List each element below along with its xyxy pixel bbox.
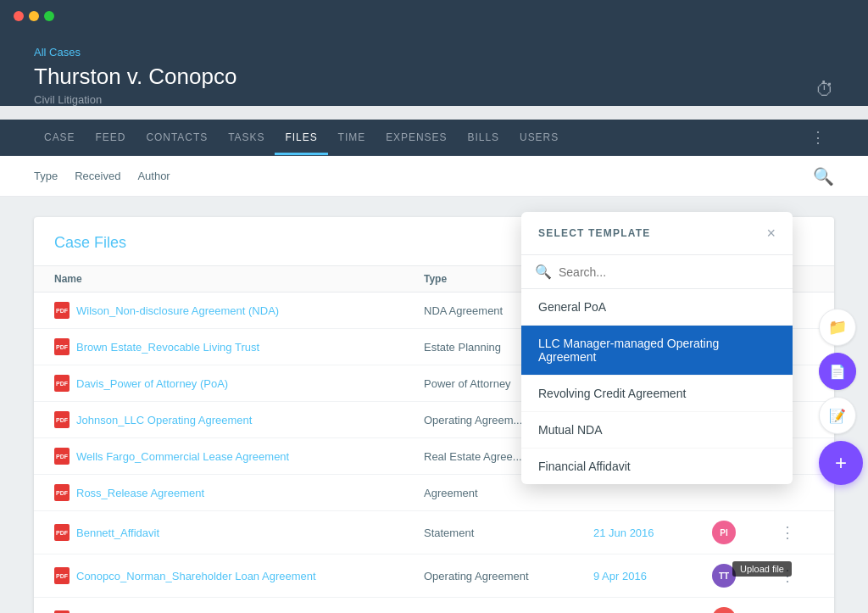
filter-received[interactable]: Received [75, 166, 120, 186]
row-actions[interactable]: ⋮ [780, 523, 814, 542]
pdf-icon: PDF [54, 375, 70, 392]
fab-button[interactable]: + [819, 441, 863, 485]
pdf-icon: PDF [54, 338, 70, 355]
template-item-mutual-nda[interactable]: Mutual NDA [521, 412, 793, 449]
row-actions[interactable]: ⋮ [780, 610, 814, 613]
history-icon[interactable]: ⏱ [815, 79, 834, 100]
upload-file-button[interactable]: 📄 [819, 353, 856, 390]
new-file-button[interactable]: 📝 [819, 397, 856, 434]
file-name[interactable]: PDF Bennett_Affidavit [54, 524, 424, 541]
col-name: Name [54, 273, 424, 285]
folder-button[interactable]: 📁 [819, 309, 856, 346]
nav-item-feed[interactable]: FEED [86, 120, 136, 155]
file-name-text[interactable]: Ross_Release Agreement [76, 487, 204, 499]
file-name[interactable]: PDF Davis_Power of Attorney (PoA) [54, 375, 424, 392]
template-item-financial-affidavit[interactable]: Financial Affidavit [521, 449, 793, 484]
file-name[interactable]: PDF Johnson_LLC Operating Agreement [54, 411, 424, 428]
dropdown-header: SELECT TEMPLATE × [521, 212, 793, 255]
avatar: PA [712, 607, 736, 613]
file-type: Operating Agreement [424, 570, 593, 582]
template-item-general-poa[interactable]: General PoA [521, 289, 793, 326]
pdf-icon: PDF [54, 448, 70, 465]
file-name[interactable]: PDF Brown Estate_Revocable Living Trust [54, 338, 424, 355]
filter-author[interactable]: Author [137, 166, 170, 186]
table-row: PDF Bennett_Affidavit Statement 21 Jun 2… [34, 511, 834, 554]
template-item-llc-manager[interactable]: LLC Manager-managed Operating Agreement [521, 326, 793, 376]
file-type: Agreement [424, 487, 593, 499]
nav: CASE FEED CONTACTS TASKS FILES TIME EXPE… [0, 120, 868, 156]
filter-bar: Type Received Author 🔍 [0, 156, 868, 197]
file-name-text[interactable]: Johnson_LLC Operating Agreement [76, 414, 252, 426]
nav-item-tasks[interactable]: TASKS [218, 120, 275, 155]
search-icon[interactable]: 🔍 [813, 166, 834, 187]
breadcrumb[interactable]: All Cases [34, 46, 834, 59]
traffic-light-red [14, 11, 24, 21]
pdf-icon: PDF [54, 302, 70, 319]
pdf-icon: PDF [54, 567, 70, 584]
nav-item-case[interactable]: CASE [34, 120, 86, 155]
file-name-text[interactable]: Davis_Power of Attorney (PoA) [76, 377, 228, 390]
file-type: Statement [424, 527, 593, 539]
upload-file-tooltip: Upload file [732, 561, 792, 577]
file-date: 21 Jun 2016 [593, 527, 712, 539]
pdf-icon: PDF [54, 484, 70, 501]
file-name[interactable]: PDF Wells Fargo_Commercial Lease Agreeme… [54, 448, 424, 465]
nav-item-users[interactable]: USERS [509, 120, 569, 155]
right-sidebar: 📁 📄 📝 + [819, 309, 863, 485]
traffic-light-yellow [29, 11, 39, 21]
traffic-light-green [44, 11, 54, 21]
file-name[interactable]: PDF Ross_Release Agreement [54, 484, 424, 501]
upload-file-icon: 📄 [829, 364, 846, 380]
nav-item-expenses[interactable]: EXPENSES [376, 120, 457, 155]
file-name[interactable]: PDF Wilson_Non-disclosure Agreement (NDA… [54, 302, 424, 319]
file-name-text[interactable]: Conopco_Norman_Shareholder Loan Agreemen… [76, 570, 316, 582]
file-name-text[interactable]: Brown Estate_Revocable Living Trust [76, 341, 259, 354]
nav-item-time[interactable]: TIME [328, 120, 376, 155]
nav-item-files[interactable]: FILES [275, 120, 327, 155]
nav-item-bills[interactable]: BILLS [458, 120, 510, 155]
header: All Cases Thurston v. Conopco Civil Liti… [0, 32, 868, 106]
header-right: ⏱ [815, 79, 834, 101]
case-title: Thurston v. Conopco [34, 64, 834, 90]
file-name-text[interactable]: Wells Fargo_Commercial Lease Agreement [76, 450, 289, 463]
pdf-icon: PDF [54, 524, 70, 541]
file-name-text[interactable]: Wilson_Non-disclosure Agreement (NDA) [76, 304, 279, 317]
nav-item-contacts[interactable]: CONTACTS [136, 120, 218, 155]
close-icon[interactable]: × [766, 226, 776, 241]
case-subtitle: Civil Litigation [34, 93, 834, 106]
new-file-icon: 📝 [829, 408, 846, 424]
title-bar [0, 0, 868, 32]
search-input[interactable] [559, 265, 779, 279]
filter-type[interactable]: Type [34, 166, 58, 186]
template-item-revolving-credit[interactable]: Revolving Credit Agreement [521, 376, 793, 412]
dropdown-title: SELECT TEMPLATE [538, 227, 650, 239]
file-name-text[interactable]: Bennett_Affidavit [76, 527, 159, 539]
pdf-icon: PDF [54, 411, 70, 428]
file-date: 9 Apr 2016 [593, 570, 712, 582]
select-template-dropdown: SELECT TEMPLATE × 🔍 General PoA LLC Mana… [521, 212, 793, 484]
fab-icon: + [835, 451, 847, 475]
nav-more-button[interactable]: ⋮ [802, 120, 834, 155]
table-row: PDF Conopco_Norman_Shareholder Loan Agre… [34, 554, 834, 598]
file-name[interactable]: PDF Conopco_Norman_Shareholder Loan Agre… [54, 567, 424, 584]
traffic-lights [14, 11, 54, 21]
dropdown-search-bar: 🔍 [521, 255, 793, 289]
folder-icon: 📁 [828, 318, 847, 337]
avatar: PI [712, 521, 736, 544]
table-row: PDF Hughes_Brown_Limited Partnership Agr… [34, 598, 834, 613]
search-icon: 🔍 [535, 264, 552, 280]
